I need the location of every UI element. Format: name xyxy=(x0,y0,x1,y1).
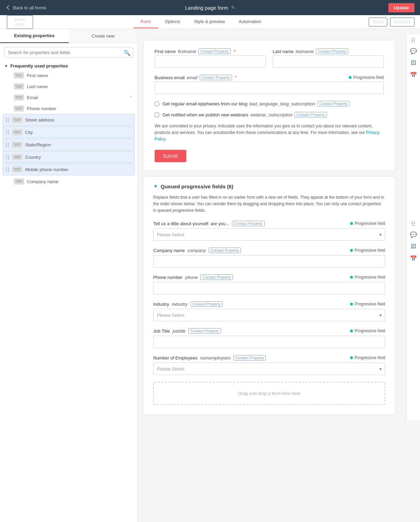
tab-style-preview[interactable]: Style & preview xyxy=(187,15,232,28)
sidebar-tab-create[interactable]: Create new xyxy=(69,29,138,43)
last-name-field: Last name lastname Contact Property xyxy=(273,49,384,68)
search-button[interactable]: 🔍 xyxy=(124,49,130,56)
list-item[interactable]: Mobile phone number xyxy=(3,164,135,175)
drag-drop-zone[interactable]: Drag and drop a form field here xyxy=(153,382,385,405)
list-item[interactable]: Phone number xyxy=(3,103,135,114)
progressive-label: Progressive field xyxy=(355,328,385,333)
prog-field-label-row: Number of Employees numemployees Contact… xyxy=(153,355,385,361)
field-icon xyxy=(12,129,22,135)
grid-icon-2[interactable] xyxy=(412,221,415,226)
section-label: Frequently used properties xyxy=(10,63,68,69)
progressive-section-description: Replace fields that a user has filled in… xyxy=(153,194,385,214)
last-name-input[interactable] xyxy=(273,55,384,68)
prog-field-label-row: Job Title jobtitle Contact Property Prog… xyxy=(153,328,385,334)
list-item[interactable]: Street address xyxy=(3,114,135,126)
prop-label: Country xyxy=(25,155,41,160)
list-item[interactable]: Country xyxy=(3,151,135,163)
list-item[interactable]: City xyxy=(3,126,135,138)
list-item[interactable]: First name xyxy=(3,70,135,81)
company-name-input[interactable] xyxy=(153,255,385,268)
back-arrow-icon xyxy=(6,5,10,10)
prog-field-label: Number of Employees xyxy=(153,355,198,361)
prop-label: Email xyxy=(27,95,38,100)
tab-bar: Form Options Style & preview Automation xyxy=(33,15,369,28)
first-name-label: First name firstname Contact Property * xyxy=(155,49,266,54)
progressive-indicator: Progressive field xyxy=(350,302,385,306)
progressive-label: Progressive field xyxy=(355,275,385,280)
prop-label: Company name xyxy=(27,179,59,184)
checkbox-blog-row: Get regular email epiphanies from our bl… xyxy=(155,101,384,106)
industry-select[interactable]: Please Select xyxy=(153,309,385,321)
progressive-indicator: Progressive field xyxy=(349,75,384,80)
job-title-input[interactable] xyxy=(153,336,385,348)
share-button[interactable]: Share xyxy=(369,18,387,27)
edit-icon[interactable]: ✎ xyxy=(231,5,235,10)
back-link[interactable]: Back to all forms xyxy=(6,5,46,10)
prog-field-label-row: Phone number phone Contact Property Prog… xyxy=(153,274,385,280)
required-indicator: * xyxy=(233,49,235,54)
top-nav-right-actions: Update xyxy=(388,3,414,12)
phone-number-input[interactable] xyxy=(153,282,385,294)
chevron-icon: ▼ xyxy=(4,64,8,69)
image-icon-2[interactable]: 🖼 xyxy=(411,243,416,250)
search-input[interactable] xyxy=(4,47,133,58)
blog-subscription-checkbox[interactable] xyxy=(155,102,159,106)
field-icon xyxy=(12,117,22,123)
list-item[interactable]: State/Region xyxy=(3,139,135,150)
tell-us-select[interactable]: Please Select xyxy=(153,228,385,241)
tab-automation[interactable]: Automation xyxy=(232,15,268,28)
progressive-dot xyxy=(350,249,353,252)
list-item[interactable]: Email * xyxy=(3,92,135,103)
progressive-dot xyxy=(350,303,353,305)
progressive-indicator: Progressive field xyxy=(350,275,385,280)
field-icon xyxy=(14,72,24,79)
progressive-dot xyxy=(350,276,353,279)
prop-label: City xyxy=(25,130,33,135)
drag-handle-icon xyxy=(6,143,9,147)
calendar-icon[interactable]: 📅 xyxy=(410,72,417,78)
first-name-italic: firstname xyxy=(178,49,196,54)
prog-field-italic: jobtitle xyxy=(172,328,186,334)
progressive-label: Progressive field xyxy=(355,221,385,226)
form-area-row: First name firstname Contact Property * … xyxy=(138,34,420,420)
select-wrapper: Please Select xyxy=(153,363,385,375)
progressive-field-item: Industry industry Contact Property Progr… xyxy=(153,301,385,321)
email-label: Business email email Contact Property * … xyxy=(155,75,384,80)
sidebar-tab-existing[interactable]: Existing properties xyxy=(0,29,69,43)
actions-button[interactable]: Actions ▾ xyxy=(390,18,414,27)
chat-icon-2[interactable]: 💬 xyxy=(410,231,417,238)
chat-icon[interactable]: 💬 xyxy=(410,48,417,54)
drag-handle-icon xyxy=(6,167,9,172)
email-input[interactable] xyxy=(155,82,384,94)
progressive-field-item: Job Title jobtitle Contact Property Prog… xyxy=(153,328,385,348)
num-employees-select[interactable]: Please Select xyxy=(153,363,385,375)
progressive-section: ▼ Queued progressive fields (6) Replace … xyxy=(143,176,395,415)
progressive-label: Progressive field xyxy=(355,248,385,253)
submit-button[interactable]: Submit xyxy=(155,150,186,162)
tab-form[interactable]: Form xyxy=(134,15,158,28)
first-name-input[interactable] xyxy=(155,55,266,68)
learn-more-button[interactable]: Learn more xyxy=(7,15,33,29)
list-item[interactable]: Company name xyxy=(3,176,135,187)
image-icon[interactable]: 🖼 xyxy=(411,60,416,66)
last-name-italic: lastname xyxy=(296,49,314,54)
calendar-icon-2[interactable]: 📅 xyxy=(410,255,417,262)
main-content: First name firstname Contact Property * … xyxy=(138,29,420,522)
privacy-policy-link[interactable]: Privacy Policy xyxy=(155,130,380,142)
progressive-label: Progressive field xyxy=(355,355,385,360)
grid-icon[interactable] xyxy=(412,38,415,42)
contact-property-badge: Contact Property xyxy=(200,274,233,280)
contact-property-badge: Contact Property xyxy=(294,112,327,117)
update-button[interactable]: Update xyxy=(388,3,414,12)
prop-label: Phone number xyxy=(27,106,56,111)
blog-subscription-label: Get regular email epiphanies from our bl… xyxy=(162,101,350,106)
tab-options[interactable]: Options xyxy=(158,15,187,28)
list-item[interactable]: Last name xyxy=(3,81,135,92)
last-name-label: Last name lastname Contact Property xyxy=(273,49,384,54)
webinar-subscription-label: Get notified when we publish new webinar… xyxy=(162,112,327,117)
email-italic: email xyxy=(187,75,197,80)
chevron-icon: ▼ xyxy=(153,184,158,189)
properties-section-header[interactable]: ▼ Frequently used properties xyxy=(0,61,137,70)
name-row: First name firstname Contact Property * … xyxy=(155,49,384,68)
webinar-subscription-checkbox[interactable] xyxy=(155,113,159,117)
